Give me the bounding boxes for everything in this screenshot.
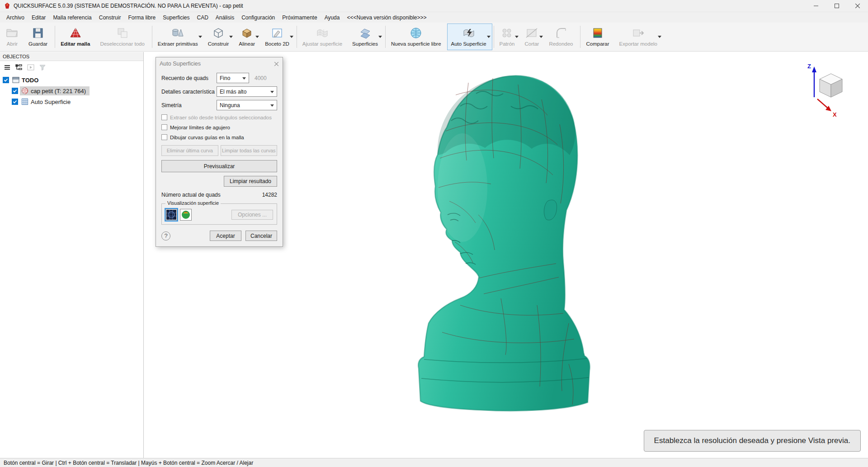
checkbox-hole-boundaries[interactable] (161, 124, 167, 130)
list-view-icon[interactable] (3, 63, 12, 72)
statusbar: Botón central = Girar | Ctrl + Botón cen… (0, 458, 868, 467)
auto-surface-node-icon (21, 98, 28, 105)
checkbox-row-hole-boundaries[interactable]: Mejorar límites de agujero (161, 124, 277, 130)
feature-detail-row: Detalles característica El más alto (161, 86, 277, 97)
main-area: OBJECTOS (0, 52, 868, 458)
toolbar-button-alinear[interactable]: Alinear (235, 24, 261, 50)
feature-detail-select[interactable]: El más alto (217, 86, 277, 97)
toolbar-separator (494, 26, 494, 48)
current-quads-label: Número actual de quads (161, 192, 221, 198)
isolate-icon (26, 63, 35, 72)
chevron-down-icon (515, 36, 519, 38)
tree-item-label: Auto Superficie (31, 99, 71, 105)
tree-item-cap-petit[interactable]: cap petit (T: 221 764) (0, 85, 143, 96)
tree-view-icon[interactable] (14, 63, 24, 72)
menubar: Archivo Editar Malla referencia Construi… (0, 12, 868, 23)
menu-forma-libre[interactable]: Forma libre (124, 13, 159, 22)
align-cube-icon (241, 26, 253, 40)
menu-analisis[interactable]: Análisis (212, 13, 238, 22)
toolbar-button-auto-superficie[interactable]: Auto Superficie (447, 24, 492, 50)
menu-editar[interactable]: Editar (28, 13, 49, 22)
toolbar-button-boceto-2d[interactable]: Boceto 2D (261, 24, 295, 50)
status-hint: Establezca la resolución deseada y presi… (644, 430, 861, 452)
toolbar-button-comparar[interactable]: Comparar (582, 24, 615, 50)
chevron-down-icon[interactable] (198, 36, 202, 38)
deselect-all-icon (116, 26, 129, 40)
app-logo-icon (4, 2, 11, 9)
menu-configuracion[interactable]: Configuración (238, 13, 278, 22)
toolbar-button-cortar: Cortar (520, 24, 545, 50)
checkbox-guide-curves[interactable] (161, 134, 167, 140)
symmetry-label: Simetría (161, 102, 217, 108)
symmetry-row: Simetría Ninguna (161, 100, 277, 110)
chevron-down-icon[interactable] (255, 36, 259, 38)
fit-surface-icon (316, 26, 329, 40)
export-model-icon (632, 26, 645, 40)
menu-nueva-version[interactable]: <<<Nueva versión disponible>>> (343, 13, 430, 22)
checkbox-row-guide-curves[interactable]: Dibujar curvas guías en la malla (161, 134, 277, 140)
chevron-down-icon[interactable] (487, 36, 491, 38)
close-icon[interactable] (273, 61, 280, 67)
toolbar-button-extraer-primitivas[interactable]: Extraer primitivas (154, 24, 204, 50)
toolbar-button-guardar[interactable]: Guardar (24, 24, 53, 50)
menu-archivo[interactable]: Archivo (3, 13, 28, 22)
toolbar-label: Abrir (7, 41, 18, 47)
accept-button[interactable]: Aceptar (210, 231, 241, 241)
tree-item-todo[interactable]: TODO (0, 75, 143, 85)
chevron-down-icon (270, 91, 274, 93)
toolbar-label: Ajustar superficie (302, 41, 342, 47)
symmetry-select[interactable]: Ninguna (217, 100, 277, 110)
toolbar-separator (152, 26, 152, 48)
quad-count-select[interactable]: Fino (217, 73, 249, 83)
toolbar-separator (297, 26, 297, 48)
toolbar-button-nueva-superficie-libre[interactable]: Nueva superficie libre (387, 24, 447, 50)
cancel-button[interactable]: Cancelar (245, 231, 277, 241)
chevron-down-icon[interactable] (290, 36, 293, 38)
maximize-button[interactable] (826, 0, 847, 12)
clear-result-button[interactable]: Limpiar resultado (224, 176, 277, 187)
checkbox-cap-petit[interactable] (12, 88, 18, 94)
toolbar-label: Nueva superficie libre (391, 41, 441, 47)
menu-ayuda[interactable]: Ayuda (321, 13, 344, 22)
toolbar-label: Redondeo (549, 41, 573, 47)
feature-detail-value: El más alto (220, 89, 246, 95)
menu-superficies[interactable]: Superficies (159, 13, 193, 22)
toolbar-button-superficies[interactable]: Superficies (348, 24, 384, 50)
surfaces-icon (359, 26, 372, 40)
menu-proximamente[interactable]: Próximamente (278, 13, 321, 22)
objects-panel-title: OBJECTOS (0, 52, 143, 61)
menu-cad[interactable]: CAD (193, 13, 212, 22)
viz-mode-grid-tile[interactable] (165, 209, 177, 221)
preview-button[interactable]: Previsualizar (161, 160, 277, 172)
toolbar-separator (55, 26, 55, 48)
auto-surface-dialog: Auto Superficies Recuento de quads Fino … (156, 57, 283, 247)
chevron-down-icon[interactable] (378, 36, 382, 38)
window-title: QUICKSURFACE 5.0.39 (SISTEMA DE DEMOSTRA… (14, 3, 243, 9)
surface-visualization-group: Visualización superficie Opciones ... (161, 203, 277, 225)
checkbox-auto-superficie[interactable] (12, 99, 18, 105)
menu-malla-referencia[interactable]: Malla referencia (49, 13, 95, 22)
tree-item-auto-superficie[interactable]: Auto Superficie (0, 96, 143, 107)
axis-z-label: Z (807, 63, 811, 70)
help-button[interactable]: ? (161, 231, 170, 241)
checkbox-label: Extraer sólo desde triángulos selecciona… (170, 115, 272, 120)
chevron-down-icon (270, 104, 274, 107)
edit-mesh-icon (69, 26, 82, 40)
minimize-button[interactable] (806, 0, 826, 12)
menu-construir[interactable]: Construir (95, 13, 125, 22)
viz-mode-color-tile[interactable] (180, 209, 192, 221)
checkbox-todo[interactable] (3, 77, 9, 83)
auto-surface-icon (462, 26, 475, 40)
toolbar-label: Guardar (28, 41, 47, 47)
toolbar-button-editar-malla[interactable]: Editar malla (57, 24, 96, 50)
extract-primitives-icon (171, 26, 184, 40)
build-cube-icon (212, 26, 225, 40)
close-button[interactable] (847, 0, 868, 12)
chevron-down-icon[interactable] (229, 36, 233, 38)
dialog-titlebar[interactable]: Auto Superficies (156, 57, 283, 70)
objects-panel: OBJECTOS (0, 52, 144, 458)
toolbar-button-exportar-modelo: Exportar modelo (615, 24, 663, 50)
toolbar-label: Exportar modelo (619, 41, 657, 47)
axis-x-label: X (833, 111, 837, 118)
toolbar-button-construir[interactable]: Construir (204, 24, 235, 50)
